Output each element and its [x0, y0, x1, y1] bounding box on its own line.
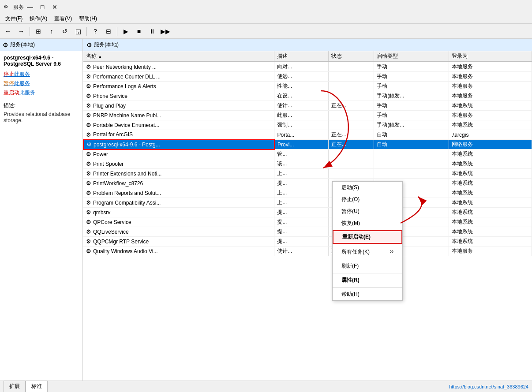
context-menu: 启动(S) 停止(O) 暂停(U) 恢复(M) 重新启动(E) 所有任务(K) …: [332, 181, 403, 301]
table-row[interactable]: ⚙Power管...本地系统: [83, 149, 532, 159]
col-desc[interactable]: 描述: [274, 51, 328, 62]
table-row[interactable]: ⚙Printer Extensions and Noti...上...本地系统: [83, 169, 532, 179]
title-bar-icon: ⚙: [4, 4, 11, 11]
separator-2: [86, 27, 87, 36]
service-desc: 管...: [274, 149, 328, 159]
service-startup: 手动: [374, 62, 449, 72]
service-status: [328, 62, 374, 72]
table-row[interactable]: ⚙Program Compatibility Assi...上...本地系统: [83, 198, 532, 208]
table-row[interactable]: ⚙Peer Networking Identity ...向对...手动本地服务: [83, 62, 532, 72]
service-desc: Provi...: [274, 140, 328, 149]
table-row[interactable]: ⚙Phone Service在设...手动(触发...本地服务: [83, 91, 532, 101]
service-logon: 本地系统: [449, 208, 532, 217]
status-bar: 扩展 标准 https://blog.csdn.net/sinat_363896…: [0, 381, 532, 392]
service-status: 正在...: [328, 130, 374, 140]
service-logon: 本地系统: [449, 101, 532, 111]
show-hide-button[interactable]: ⊞: [32, 26, 45, 37]
table-row[interactable]: ⚙Portable Device Enumerat...强制...手动(触发..…: [83, 120, 532, 130]
service-logon: 本地系统: [449, 198, 532, 208]
stop-service-link[interactable]: 停止此服务: [4, 71, 79, 78]
service-name: Print Spooler: [93, 161, 124, 167]
service-gear-icon: ⚙: [86, 248, 91, 254]
table-row[interactable]: ⚙QQLiveService提...本地系统: [83, 227, 532, 237]
menu-action[interactable]: 操作(A): [26, 14, 51, 23]
table-row[interactable]: ⚙Problem Reports and Solut...上...本地系统: [83, 188, 532, 198]
minimize-button[interactable]: —: [24, 1, 36, 13]
service-links: 停止此服务 暂停此服务 重启动此服务: [4, 71, 79, 97]
pause-button[interactable]: ⏸: [146, 26, 158, 37]
back-button[interactable]: ←: [2, 26, 14, 37]
table-row[interactable]: ⚙Performance Logs & Alerts性能...手动本地服务: [83, 82, 532, 91]
service-startup: [374, 149, 449, 159]
context-all-tasks[interactable]: 所有任务(K) ›: [333, 246, 402, 258]
services-table-container[interactable]: 名称 ▲ 描述 状态 启动类型 登录为 ⚙Peer Networking Ide…: [83, 51, 532, 381]
right-panel-header: ⚙ 服务(本地): [83, 39, 532, 51]
tab-standard[interactable]: 标准: [26, 381, 48, 392]
maximize-button[interactable]: □: [36, 1, 49, 13]
service-name: Phone Service: [93, 93, 127, 99]
play-button[interactable]: ▶: [120, 26, 132, 37]
list-button[interactable]: ⊟: [102, 26, 115, 37]
help-button[interactable]: ?: [89, 26, 101, 37]
service-logon: 本地系统: [449, 179, 532, 188]
service-gear-icon: ⚙: [86, 219, 91, 225]
restart-service-link[interactable]: 重启动此服务: [4, 89, 79, 97]
tab-expand[interactable]: 扩展: [4, 381, 26, 392]
table-row[interactable]: ⚙QPCore Service提...本地系统: [83, 217, 532, 227]
service-gear-icon: ⚙: [86, 83, 91, 90]
service-gear-icon: ⚙: [86, 141, 92, 148]
forward-button[interactable]: →: [15, 26, 27, 37]
service-startup: 手动(触发...: [374, 91, 449, 101]
table-row[interactable]: ⚙postgresql-x64-9.6 - Postg...Provi...正在…: [83, 140, 532, 149]
context-resume[interactable]: 恢复(M): [333, 217, 402, 229]
context-pause[interactable]: 暂停(U): [333, 205, 402, 217]
service-startup: 手动: [374, 72, 449, 82]
service-name: Performance Counter DLL ...: [93, 74, 161, 80]
service-gear-icon: ⚙: [86, 199, 91, 206]
table-row[interactable]: ⚙Performance Counter DLL ...使远...手动本地服务: [83, 72, 532, 82]
menu-view[interactable]: 查看(V): [51, 14, 75, 23]
up-button[interactable]: ↑: [45, 26, 58, 37]
service-startup: [374, 169, 449, 179]
service-gear-icon: ⚙: [86, 180, 91, 187]
close-button[interactable]: ✕: [49, 1, 61, 13]
context-start[interactable]: 启动(S): [333, 182, 402, 194]
export-button[interactable]: ◱: [72, 26, 84, 37]
service-desc: 提...: [274, 208, 328, 217]
refresh-button[interactable]: ↺: [59, 26, 71, 37]
service-gear-icon: ⚙: [86, 73, 91, 80]
stop-button[interactable]: ■: [133, 26, 145, 37]
service-status: 正在...: [328, 101, 374, 111]
context-properties[interactable]: 属性(R): [333, 274, 402, 286]
description-text: Provides relational database storage.: [4, 111, 79, 123]
table-row[interactable]: ⚙QQPCMgr RTP Service提...本地系统: [83, 237, 532, 246]
resume-button[interactable]: ▶▶: [159, 26, 172, 37]
service-logon: 本地服务: [449, 82, 532, 91]
service-desc: Porta...: [274, 130, 328, 140]
table-row[interactable]: ⚙Plug and Play使计...正在...手动本地系统: [83, 101, 532, 111]
service-logon: 本地系统: [449, 169, 532, 179]
table-row[interactable]: ⚙qmbsrv提...本地系统: [83, 208, 532, 217]
table-row[interactable]: ⚙PNRP Machine Name Publ...此服...手动本地服务: [83, 111, 532, 120]
service-gear-icon: ⚙: [86, 228, 91, 235]
service-desc: 使计...: [274, 246, 328, 256]
col-startup[interactable]: 启动类型: [374, 51, 449, 62]
pause-service-link[interactable]: 暂停此服务: [4, 80, 79, 87]
table-row[interactable]: ⚙Quality Windows Audio Vi...使计...正在...本地…: [83, 246, 532, 256]
context-help[interactable]: 帮助(H): [333, 288, 402, 300]
col-name[interactable]: 名称 ▲: [83, 51, 274, 62]
service-desc: 上...: [274, 169, 328, 179]
table-row[interactable]: ⚙Portal for ArcGISPorta...正在...自动.\arcgi…: [83, 130, 532, 140]
service-name: Portable Device Enumerat...: [93, 122, 159, 128]
context-restart[interactable]: 重新启动(E): [333, 230, 402, 244]
menu-help[interactable]: 帮助(H): [75, 14, 101, 23]
context-refresh[interactable]: 刷新(F): [333, 260, 402, 272]
service-desc: 上...: [274, 198, 328, 208]
table-row[interactable]: ⚙PrintWorkflow_c8726提...本地系统: [83, 179, 532, 188]
col-logon[interactable]: 登录为: [449, 51, 532, 62]
menu-file[interactable]: 文件(F): [2, 14, 26, 23]
table-row[interactable]: ⚙Print Spooler该...本地系统: [83, 159, 532, 169]
context-stop[interactable]: 停止(O): [333, 194, 402, 205]
col-status[interactable]: 状态: [328, 51, 374, 62]
service-gear-icon: ⚙: [86, 63, 91, 70]
